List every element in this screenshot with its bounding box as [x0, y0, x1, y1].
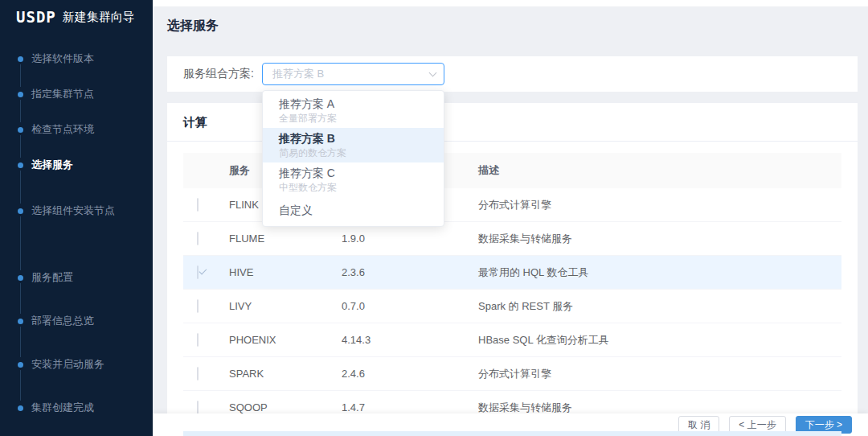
checkbox-flink[interactable]	[197, 198, 199, 212]
step-dot-icon	[18, 208, 23, 214]
dropdown-option-plan-a[interactable]: 推荐方案 A 全量部署方案	[263, 93, 444, 128]
table-row-flume: FLUME 1.9.0 数据采集与转储服务	[183, 222, 841, 256]
option-title: 自定义	[279, 203, 428, 218]
step-check-node-environment[interactable]: 检查节点环境	[18, 122, 153, 137]
table-row-phoenix: PHOENIX 4.14.3 HBase SQL 化查询分析工具	[183, 323, 841, 357]
option-subtitle: 简易的数仓方案	[279, 146, 428, 159]
option-title: 推荐方案 A	[279, 97, 428, 112]
checkbox-flume[interactable]	[197, 232, 199, 245]
option-title: 推荐方案 B	[279, 131, 428, 146]
checkbox-spark[interactable]	[197, 367, 199, 380]
step-label: 指定集群节点	[31, 87, 94, 101]
wizard-title: 新建集群向导	[63, 10, 135, 25]
step-dot-icon	[18, 127, 23, 133]
step-select-component-nodes[interactable]: 选择组件安装节点	[18, 204, 153, 218]
step-dot-icon	[18, 162, 23, 168]
service-name: HIVE	[221, 266, 334, 278]
service-plan-label: 服务组合方案:	[183, 67, 254, 81]
service-version: 2.3.6	[334, 266, 470, 278]
step-install-start-services[interactable]: 安装并启动服务	[18, 357, 153, 372]
dropdown-option-plan-c[interactable]: 推荐方案 C 中型数仓方案	[263, 162, 444, 197]
checkbox-hive-checked	[197, 265, 199, 279]
step-label: 安装并启动服务	[31, 357, 104, 372]
dropdown-option-custom[interactable]: 自定义	[263, 197, 444, 224]
step-label: 集群创建完成	[31, 401, 94, 415]
step-dot-icon	[18, 56, 23, 62]
service-name: FLUME	[221, 232, 334, 245]
service-desc: Spark 的 REST 服务	[470, 299, 841, 314]
service-version: 4.14.3	[334, 334, 470, 346]
service-name: LIVY	[221, 300, 334, 312]
service-version: 2.4.6	[334, 368, 470, 380]
checkbox-sqoop[interactable]	[197, 401, 199, 414]
service-plan-select-value: 推荐方案 B	[272, 67, 324, 81]
step-specify-cluster-nodes[interactable]: 指定集群节点	[18, 87, 153, 101]
service-version: 1.9.0	[334, 232, 470, 245]
page-title: 选择服务	[167, 18, 219, 35]
option-subtitle: 全量部署方案	[279, 112, 428, 125]
service-plan-bar: 服务组合方案: 推荐方案 B 推荐方案 A 全量部署方案 推荐方案 B 简易的数…	[167, 56, 858, 92]
service-name: SQOOP	[221, 401, 334, 413]
table-row-livy: LIVY 0.7.0 Spark 的 REST 服务	[183, 290, 841, 323]
service-plan-select[interactable]: 推荐方案 B 推荐方案 A 全量部署方案 推荐方案 B 简易的数仓方案 推荐方案…	[262, 63, 444, 85]
step-select-services[interactable]: 选择服务	[18, 158, 153, 172]
top-bar	[153, 0, 868, 6]
step-label: 选择软件版本	[31, 51, 94, 66]
service-name: SPARK	[221, 368, 334, 380]
checkbox-livy[interactable]	[197, 299, 199, 313]
usdp-logo: USDP	[16, 8, 56, 26]
service-name: PHOENIX	[221, 334, 334, 346]
service-desc: 数据采集与转储服务	[470, 401, 841, 415]
service-desc: 分布式计算引擎	[470, 198, 841, 212]
highlighted-row-peek	[183, 431, 841, 436]
step-dot-icon	[18, 275, 23, 281]
step-label: 部署信息总览	[31, 314, 94, 328]
wizard-steps: 选择软件版本 指定集群节点 检查节点环境 选择服务 选择组件安装节点 服务配置 …	[0, 51, 153, 415]
step-label: 选择服务	[31, 158, 73, 172]
step-label: 服务配置	[31, 270, 73, 285]
brand: USDP 新建集群向导	[0, 0, 153, 26]
option-subtitle: 中型数仓方案	[279, 181, 428, 194]
wizard-sidebar: USDP 新建集群向导 选择软件版本 指定集群节点 检查节点环境 选择服务 选择…	[0, 0, 153, 436]
step-label: 选择组件安装节点	[31, 204, 115, 218]
step-label: 检查节点环境	[31, 122, 94, 137]
service-version: 1.4.7	[334, 401, 470, 413]
dropdown-option-plan-b[interactable]: 推荐方案 B 简易的数仓方案	[263, 128, 444, 162]
table-row-hive: HIVE 2.3.6 最常用的 HQL 数仓工具	[183, 256, 841, 290]
service-desc: 数据采集与转储服务	[470, 232, 841, 246]
step-dot-icon	[18, 319, 23, 324]
service-desc: 最常用的 HQL 数仓工具	[470, 265, 841, 280]
service-version: 0.7.0	[334, 300, 470, 312]
header-desc: 描述	[470, 163, 841, 178]
option-title: 推荐方案 C	[279, 166, 428, 181]
step-select-software-version[interactable]: 选择软件版本	[18, 51, 153, 66]
checkbox-phoenix[interactable]	[197, 333, 199, 347]
service-plan-dropdown: 推荐方案 A 全量部署方案 推荐方案 B 简易的数仓方案 推荐方案 C 中型数仓…	[262, 90, 444, 227]
table-row-spark: SPARK 2.4.6 分布式计算引擎	[183, 357, 841, 391]
chevron-down-icon	[428, 68, 436, 76]
service-desc: HBase SQL 化查询分析工具	[470, 333, 841, 348]
step-service-config[interactable]: 服务配置	[18, 270, 153, 285]
main-content: 选择服务 服务组合方案: 推荐方案 B 推荐方案 A 全量部署方案 推荐方案 B…	[153, 0, 868, 436]
step-dot-icon	[18, 405, 23, 411]
step-dot-icon	[18, 92, 23, 97]
step-deploy-overview[interactable]: 部署信息总览	[18, 314, 153, 328]
service-desc: 分布式计算引擎	[470, 367, 841, 381]
step-dot-icon	[18, 362, 23, 368]
step-cluster-created[interactable]: 集群创建完成	[18, 401, 153, 415]
